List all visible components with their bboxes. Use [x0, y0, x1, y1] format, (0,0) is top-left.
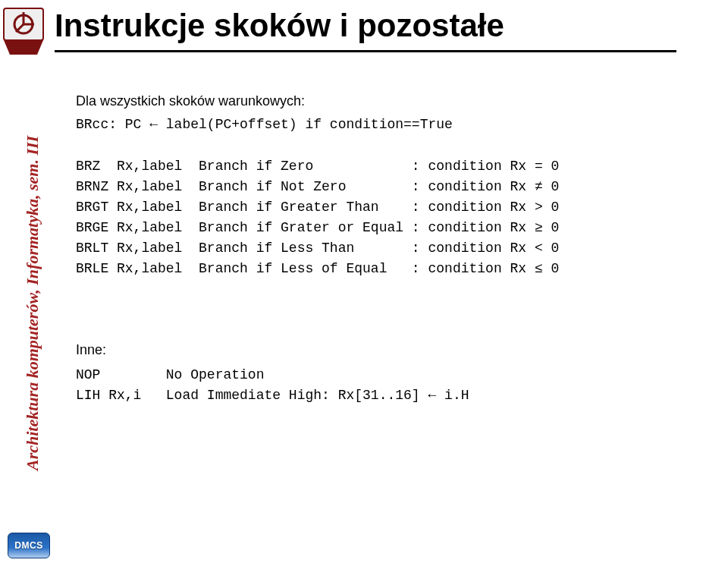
sidebar-course-label: Architektura komputerów, Informatyka, se… — [23, 136, 42, 470]
university-logo — [3, 8, 44, 56]
intro-line: Dla wszystkich skoków warunkowych: — [76, 91, 698, 112]
brcc-definition: BRcc: PC ← label(PC+offset) if condition… — [76, 115, 698, 135]
page-title: Instrukcje skoków i pozostałe — [55, 8, 504, 44]
dmcs-badge: DMCS — [8, 533, 50, 558]
other-section-label: Inne: — [76, 340, 698, 360]
other-instruction-table: NOP No Operation LIH Rx,i Load Immediate… — [76, 365, 698, 406]
title-underline — [55, 50, 676, 52]
dmcs-badge-text: DMCS — [14, 540, 42, 551]
slide-content: Dla wszystkich skoków warunkowych: BRcc:… — [76, 91, 698, 427]
branch-instruction-table: BRZ Rx,label Branch if Zero : condition … — [76, 156, 698, 279]
sidebar-text: Architektura komputerów, Informatyka, se… — [23, 136, 42, 470]
